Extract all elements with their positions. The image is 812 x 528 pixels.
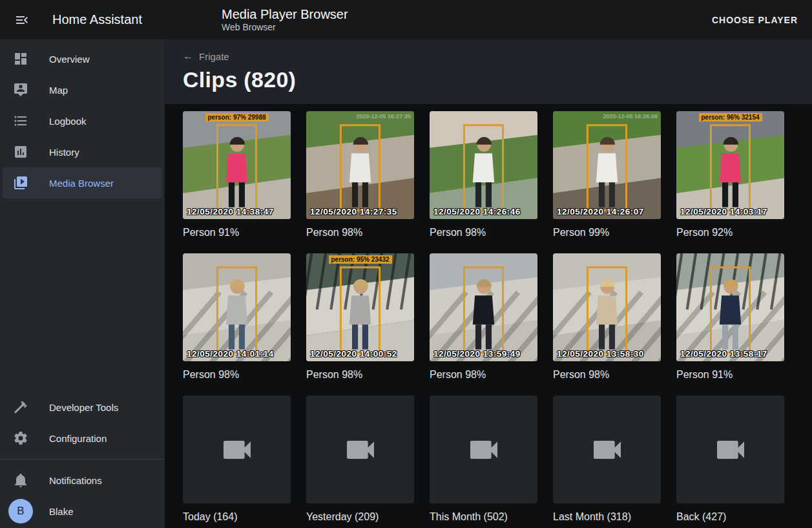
clip-thumbnail: [676, 111, 784, 219]
detection-tag: person: 96% 32154: [698, 113, 762, 121]
video-camera-icon: [219, 432, 255, 468]
clip-card[interactable]: 12/05/2020 13:58:30Person 98%: [553, 253, 661, 381]
folder-label: Today (164): [183, 511, 291, 523]
sidebar-item-logbook[interactable]: Logbook: [3, 105, 162, 136]
clip-thumbnail: [306, 111, 414, 219]
clip-thumbnail: [676, 253, 784, 361]
folder-label: This Month (502): [430, 511, 537, 523]
sidebar-nav: OverviewMapLogbookHistoryMedia Browser: [0, 43, 165, 198]
timestamp-overlay: 12/05/2020 14:27:35: [310, 207, 397, 216]
menu-open-button[interactable]: [8, 6, 36, 34]
sidebar-bottom: Developer ToolsConfiguration Notificatio…: [0, 392, 165, 528]
media-browser-content: ← Frigate Clips (820) person: 97% 299881…: [165, 39, 812, 528]
sidebar-item-map[interactable]: Map: [3, 74, 162, 105]
clip-label: Person 91%: [676, 368, 784, 381]
clip-thumbnail: [306, 253, 414, 361]
clip-thumb: person: 97% 2998812/05/2020 14:38:47: [183, 111, 291, 219]
sidebar-item-label: Logbook: [49, 116, 87, 127]
video-camera-icon: [466, 432, 502, 468]
dashboard-icon: [13, 51, 28, 67]
video-camera-icon: [589, 432, 625, 468]
sidebar-item-label: History: [49, 147, 79, 158]
sidebar-item-overview[interactable]: Overview: [3, 43, 162, 74]
choose-player-button[interactable]: CHOOSE PLAYER: [712, 15, 798, 25]
clip-card[interactable]: 12/05/2020 13:59:49Person 98%: [430, 253, 537, 381]
sidebar-item-developer-tools[interactable]: Developer Tools: [3, 392, 162, 423]
timestamp-overlay: 12/05/2020 14:03:17: [680, 207, 767, 216]
clip-card[interactable]: 12/05/2020 13:58:17Person 91%: [676, 253, 784, 381]
notifications-label: Notifications: [49, 475, 102, 486]
clip-thumb: 12/05/2020 13:58:17: [676, 253, 784, 361]
app-bar-title-block: Media Player Browser Web Browser: [222, 6, 348, 33]
folder-thumb: [183, 396, 291, 503]
clip-card[interactable]: 2020-12-05 16:26:0812/05/2020 14:26:07Pe…: [553, 111, 661, 239]
folder-thumb: [553, 396, 661, 503]
timestamp-overlay: 12/05/2020 13:59:49: [433, 349, 521, 359]
clip-thumb: 12/05/2020 13:58:30: [553, 253, 661, 361]
clip-card[interactable]: 12/05/2020 14:01:14Person 98%: [183, 253, 291, 381]
page-title: Clips (820): [183, 67, 794, 92]
clip-card[interactable]: 12/05/2020 14:26:46Person 98%: [430, 111, 537, 239]
gear-icon: [13, 430, 28, 446]
clip-thumb: person: 95% 2343212/05/2020 14:00:52: [306, 253, 414, 361]
sidebar-item-history[interactable]: History: [3, 136, 162, 167]
sidebar-item-notifications[interactable]: Notifications: [3, 465, 162, 496]
clip-label: Person 91%: [183, 226, 291, 239]
sidebar-tools-nav: Developer ToolsConfiguration: [0, 392, 165, 454]
clip-thumb: 12/05/2020 14:26:46: [430, 111, 537, 219]
folder-label: Yesterday (209): [306, 511, 414, 523]
folder-label: Back (427): [676, 511, 784, 523]
sidebar-item-media-browser[interactable]: Media Browser: [3, 167, 162, 198]
timestamp-overlay: 12/05/2020 14:00:52: [310, 349, 397, 359]
folder-card-this-month[interactable]: This Month (502): [430, 396, 537, 523]
folder-thumb: [430, 396, 537, 503]
clip-thumbnail: [183, 253, 291, 361]
sidebar-item-profile[interactable]: B Blake: [3, 496, 162, 527]
timestamp-overlay: 12/05/2020 14:01:14: [187, 349, 274, 359]
sidebar-item-label: Map: [49, 85, 68, 96]
clip-label: Person 99%: [553, 226, 661, 239]
folder-card-today[interactable]: Today (164): [183, 396, 291, 523]
menu-open-icon: [14, 12, 30, 28]
clip-label: Person 98%: [306, 368, 414, 381]
folder-card-yesterday[interactable]: Yesterday (209): [306, 396, 414, 523]
folder-card-last-month[interactable]: Last Month (318): [553, 396, 661, 523]
sidebar-divider: [0, 459, 165, 459]
timestamp-overlay: 12/05/2020 13:58:17: [680, 349, 767, 359]
breadcrumb-back[interactable]: ← Frigate: [183, 50, 229, 62]
sidebar-item-configuration[interactable]: Configuration: [3, 423, 162, 454]
camera-timestamp: 2020-12-05 16:26:08: [603, 113, 658, 120]
clip-thumb: 12/05/2020 13:59:49: [430, 253, 537, 361]
clip-thumbnail: [553, 253, 661, 361]
sidebar: OverviewMapLogbookHistoryMedia Browser D…: [0, 39, 165, 528]
clip-label: Person 98%: [430, 226, 537, 239]
logbook-icon: [13, 113, 28, 129]
timestamp-overlay: 12/05/2020 14:38:47: [187, 207, 274, 216]
detection-tag: person: 97% 29988: [205, 113, 268, 121]
media-player-target: Web Browser: [222, 22, 348, 33]
folder-card-back[interactable]: Back (427): [676, 396, 784, 523]
sidebar-item-label: Configuration: [49, 433, 107, 444]
user-name: Blake: [49, 506, 74, 517]
folder-label: Last Month (318): [553, 511, 661, 523]
sidebar-item-label: Overview: [49, 54, 90, 65]
clip-card[interactable]: person: 95% 2343212/05/2020 14:00:52Pers…: [306, 253, 414, 381]
breadcrumb-label: Frigate: [199, 51, 229, 62]
media-browser-icon: [13, 175, 28, 191]
clip-label: Person 98%: [553, 368, 661, 381]
clip-label: Person 98%: [306, 226, 414, 239]
clip-card[interactable]: 2020-12-05 16:27:3512/05/2020 14:27:35Pe…: [306, 111, 414, 239]
app-window: Home Assistant Media Player Browser Web …: [0, 0, 812, 528]
clip-label: Person 98%: [183, 368, 291, 381]
app-bar-left: Home Assistant: [0, 6, 165, 34]
clip-card[interactable]: person: 96% 3215412/05/2020 14:03:17Pers…: [676, 111, 784, 239]
clip-thumb: 2020-12-05 16:27:3512/05/2020 14:27:35: [306, 111, 414, 219]
sidebar-item-label: Media Browser: [49, 178, 114, 189]
clip-card[interactable]: person: 97% 2998812/05/2020 14:38:47Pers…: [183, 111, 291, 239]
video-camera-icon: [713, 432, 749, 468]
folder-thumb: [676, 396, 784, 503]
media-browser-title: Media Player Browser: [222, 6, 348, 22]
sidebar-item-label: Developer Tools: [49, 402, 118, 413]
clips-grid: person: 97% 2998812/05/2020 14:38:47Pers…: [165, 104, 812, 523]
clip-thumbnail: [430, 253, 537, 361]
